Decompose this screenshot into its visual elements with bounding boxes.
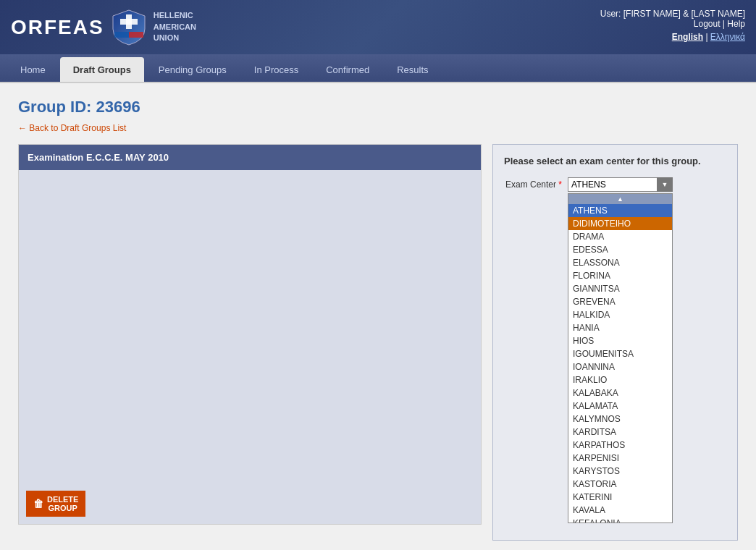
lang-greek-link[interactable]: Ελληνικά — [710, 32, 745, 42]
user-label: User: [FIRST NAME] & [LAST NAME] — [600, 9, 745, 19]
list-item[interactable]: KALABAKA — [568, 386, 672, 399]
logo-area: ORFEAS HELLENIC AMERICAN UNION — [11, 9, 196, 46]
list-item[interactable]: KARDITSA — [568, 426, 672, 439]
required-marker: * — [558, 179, 562, 190]
trash-icon — [33, 498, 43, 509]
svg-rect-1 — [120, 19, 138, 25]
list-item[interactable]: HANIA — [568, 321, 672, 334]
list-item[interactable]: KATERINI — [568, 491, 672, 504]
nav-bar: Home Draft Groups Pending Groups In Proc… — [0, 54, 756, 83]
group-id-title: Group ID: 23696 — [18, 98, 738, 117]
list-item[interactable]: KASTORIA — [568, 478, 672, 491]
list-item[interactable]: HALKIDA — [568, 308, 672, 321]
logout-link[interactable]: Logout — [694, 19, 721, 29]
list-item[interactable]: KARYSTOS — [568, 465, 672, 478]
list-item[interactable]: KALAMATA — [568, 399, 672, 412]
exam-center-row: Exam Center * ATHENS DIDIMOTEIHO DRAMA E… — [504, 177, 726, 523]
list-item[interactable]: EDESSA — [568, 243, 672, 256]
delete-group-button[interactable]: DELETEGROUP — [26, 491, 85, 517]
city-list: ATHENSDIDIMOTEIHODRAMAEDESSAELASSONAFLOR… — [568, 204, 672, 522]
right-panel: Please select an exam center for this gr… — [492, 144, 738, 541]
exam-center-select[interactable]: ATHENS DIDIMOTEIHO DRAMA EDESSA ELASSONA… — [568, 177, 673, 192]
svg-rect-3 — [129, 32, 143, 38]
list-item[interactable]: IOANNINA — [568, 360, 672, 373]
left-panel-body — [19, 170, 481, 481]
left-panel: Examination E.C.C.E. MAY 2010 DELETEGROU… — [18, 144, 482, 525]
list-item[interactable]: IGOUMENITSA — [568, 347, 672, 360]
tab-results[interactable]: Results — [384, 57, 441, 82]
list-item[interactable]: HIOS — [568, 334, 672, 347]
list-item[interactable]: ELASSONA — [568, 256, 672, 269]
svg-rect-2 — [114, 32, 129, 38]
lang-english-link[interactable]: English — [672, 32, 703, 42]
exam-center-dropdown: ▲ ATHENSDIDIMOTEIHODRAMAEDESSAELASSONAFL… — [568, 193, 673, 523]
list-item[interactable]: KALYMNOS — [568, 412, 672, 426]
tab-draft-groups[interactable]: Draft Groups — [60, 57, 144, 82]
tab-pending-groups[interactable]: Pending Groups — [146, 57, 240, 82]
org-name: HELLENIC AMERICAN UNION — [154, 10, 196, 43]
list-item[interactable]: GIANNITSA — [568, 282, 672, 295]
list-item[interactable]: DRAMA — [568, 230, 672, 243]
list-item[interactable]: KAVALA — [568, 504, 672, 517]
user-info: User: [FIRST NAME] & [LAST NAME] Logout … — [600, 9, 745, 42]
tab-in-process[interactable]: In Process — [241, 57, 311, 82]
right-panel-title: Please select an exam center for this gr… — [504, 156, 726, 166]
list-item[interactable]: FLORINA — [568, 269, 672, 282]
list-item[interactable]: KARPENISI — [568, 452, 672, 465]
header: ORFEAS HELLENIC AMERICAN UNION User: [FI… — [0, 0, 756, 54]
tab-home[interactable]: Home — [7, 57, 59, 82]
list-item[interactable]: DIDIMOTEIHO — [568, 217, 672, 230]
list-item[interactable]: KEFALONIA — [568, 517, 672, 522]
logo-text: ORFEAS — [11, 16, 104, 39]
exam-center-select-wrapper: ATHENS DIDIMOTEIHO DRAMA EDESSA ELASSONA… — [568, 177, 673, 523]
left-panel-header: Examination E.C.C.E. MAY 2010 — [19, 145, 481, 170]
list-item[interactable]: ATHENS — [568, 204, 672, 217]
delete-group-label: DELETEGROUP — [47, 495, 78, 512]
list-item[interactable]: GREVENA — [568, 295, 672, 308]
back-to-draft-link[interactable]: ← Back to Draft Groups List — [18, 123, 126, 133]
scroll-up-button[interactable]: ▲ — [568, 194, 672, 204]
main-content: Group ID: 23696 ← Back to Draft Groups L… — [0, 83, 756, 550]
help-link[interactable]: Help — [727, 19, 745, 29]
two-col-layout: Examination E.C.C.E. MAY 2010 DELETEGROU… — [18, 144, 738, 541]
list-item[interactable]: IRAKLIO — [568, 373, 672, 386]
list-item[interactable]: KARPATHOS — [568, 439, 672, 452]
tab-confirmed[interactable]: Confirmed — [313, 57, 382, 82]
shield-icon — [112, 9, 146, 46]
exam-center-label: Exam Center * — [504, 177, 562, 190]
